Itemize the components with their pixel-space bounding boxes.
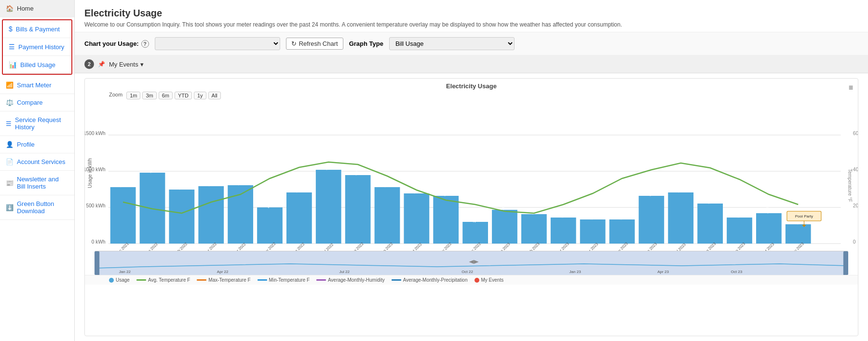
- sidebar-item-smart-meter[interactable]: 📶 Smart Meter: [0, 77, 74, 94]
- graph-type-select[interactable]: Bill Usage: [389, 37, 515, 50]
- sidebar-item-payment-history[interactable]: ☰ Payment History: [3, 38, 71, 56]
- svg-text:Jan 23: Jan 23: [569, 270, 581, 274]
- sidebar-item-compare[interactable]: ⚖️ Compare: [0, 94, 74, 111]
- bar-sep2022: [375, 187, 400, 244]
- profile-label: Profile: [17, 141, 35, 148]
- newsletter-icon: 📰: [6, 179, 14, 187]
- zoom-ytd[interactable]: YTD: [175, 92, 192, 99]
- chart-usage-label: Chart your Usage: ?: [84, 40, 149, 48]
- zoom-6m[interactable]: 6m: [159, 92, 173, 99]
- newsletter-label: Newsletter and Bill Inserts: [17, 176, 68, 190]
- svg-text:Apr 23: Apr 23: [657, 270, 669, 274]
- chart-bars: 750 945 740 790 790 490: [110, 164, 811, 244]
- profile-icon: 👤: [6, 141, 14, 148]
- bills-payment-label: Bills & Payment: [16, 26, 60, 33]
- graph-type-label: Graph Type: [349, 40, 383, 47]
- bar-oct2022: [404, 193, 429, 244]
- bar-jul2022: [316, 170, 341, 244]
- svg-text:945: 945: [149, 166, 153, 173]
- svg-text:330: 330: [589, 213, 594, 220]
- list-icon: ☰: [9, 43, 15, 51]
- sidebar-item-profile[interactable]: 👤 Profile: [0, 136, 74, 153]
- bar-jan2023: [492, 210, 517, 244]
- chart-title: Electricity Usage: [85, 79, 858, 90]
- sidebar-item-account-services[interactable]: 📄 Account Services: [0, 153, 74, 171]
- sidebar-item-bills-payment[interactable]: $ Bills & Payment: [3, 20, 71, 38]
- home-label: Home: [17, 5, 34, 12]
- legend-precipitation: Average-Monthly-Precipitation: [392, 277, 468, 283]
- sidebar-item-billed-usage[interactable]: 📊 Billed Usage: [3, 56, 71, 74]
- bar-dec2022: [462, 222, 488, 244]
- bar-feb2023: [521, 214, 547, 244]
- bar-apr2023: [580, 219, 606, 244]
- smart-meter-label: Smart Meter: [17, 82, 52, 89]
- chart-menu-icon[interactable]: ≡: [849, 83, 853, 92]
- svg-text:750: 750: [120, 181, 124, 188]
- svg-text:Jul 22: Jul 22: [339, 270, 350, 274]
- zoom-1y[interactable]: 1y: [194, 92, 206, 99]
- svg-text:295: 295: [472, 216, 476, 223]
- svg-text:Jan 22: Jan 22: [119, 270, 131, 274]
- svg-text:490: 490: [266, 202, 271, 208]
- svg-text:Oct 23: Oct 23: [731, 270, 742, 274]
- page-header: Electricity Usage Welcome to our Consump…: [75, 0, 868, 32]
- bar-jun2022: [286, 192, 312, 244]
- bar-may2023: [610, 219, 635, 244]
- account-icon: 📄: [6, 158, 14, 165]
- svg-rect-66: [95, 251, 99, 275]
- bar-feb2022: [169, 190, 195, 244]
- refresh-icon: ↻: [291, 40, 297, 47]
- svg-text:790: 790: [237, 179, 242, 186]
- payment-history-label: Payment History: [18, 43, 64, 51]
- bar-nov2023: [786, 224, 811, 244]
- electricity-chart: 0 kWh 500 kWh 1000 kWh 1500 kWh 0 20 40 …: [85, 101, 858, 251]
- chart-navigator: Jan 22 Apr 22 Jul 22 Oct 22 Jan 23 Apr 2…: [95, 251, 848, 275]
- bar-sep2023: [727, 218, 752, 244]
- svg-text:360: 360: [560, 211, 564, 218]
- legend-humidity: Average-Monthly-Humidity: [316, 277, 385, 283]
- zoom-1m[interactable]: 1m: [126, 92, 140, 99]
- sidebar-item-home[interactable]: 🏠 Home: [0, 0, 74, 17]
- my-events-button[interactable]: My Events ▾: [109, 61, 144, 68]
- temperature-line: [123, 162, 798, 213]
- svg-text:710: 710: [296, 186, 300, 193]
- svg-text:0 kWh: 0 kWh: [92, 239, 106, 245]
- svg-text:Pool Party: Pool Party: [795, 214, 813, 218]
- sidebar-item-newsletter[interactable]: 📰 Newsletter and Bill Inserts: [0, 171, 74, 195]
- compare-label: Compare: [17, 99, 42, 106]
- sidebar: 🏠 Home $ Bills & Payment ☰ Payment Histo…: [0, 0, 75, 341]
- legend-max-temp: Max-Temperature F: [197, 277, 250, 283]
- toolbar: Chart your Usage: ? ↻ Refresh Chart Grap…: [75, 32, 868, 55]
- bar-mar2023: [551, 218, 576, 244]
- sidebar-item-service-request[interactable]: ☰ Service Request History: [0, 111, 74, 136]
- pin-icon: 📌: [98, 61, 105, 68]
- svg-text:665: 665: [648, 190, 652, 196]
- events-badge: 2: [84, 59, 94, 69]
- bar-aug2023: [697, 204, 723, 244]
- bar-jul2023: [668, 192, 693, 244]
- signal-icon: 📶: [6, 82, 14, 89]
- zoom-all[interactable]: All: [208, 92, 221, 99]
- page-title: Electricity Usage: [84, 8, 858, 19]
- zoom-3m[interactable]: 3m: [142, 92, 156, 99]
- billed-usage-label: Billed Usage: [20, 61, 55, 68]
- bar-nov2022: [433, 196, 459, 244]
- svg-text:60: 60: [853, 131, 858, 136]
- svg-text:330: 330: [619, 213, 623, 220]
- legend-avg-temp: Avg. Temperature F: [136, 277, 190, 283]
- refresh-chart-button[interactable]: ↻ Refresh Chart: [286, 38, 343, 50]
- svg-text:40: 40: [853, 167, 858, 172]
- svg-text:Apr 22: Apr 22: [217, 270, 229, 274]
- bar-may2022: [257, 207, 283, 244]
- chart-usage-select[interactable]: [155, 37, 280, 50]
- bar-jan2022: [140, 173, 165, 244]
- svg-text:670: 670: [443, 190, 447, 196]
- sidebar-item-green-button[interactable]: ⬇️ Green Button Download: [0, 195, 74, 220]
- green-button-label: Green Button Download: [17, 200, 68, 215]
- account-services-label: Account Services: [17, 158, 65, 165]
- service-icon: ☰: [6, 120, 12, 127]
- svg-text:710: 710: [678, 186, 682, 193]
- bar-aug2022: [345, 175, 371, 244]
- home-icon: 🏠: [6, 5, 14, 12]
- zoom-controls: Zoom 1m 3m 6m YTD 1y All: [85, 90, 858, 101]
